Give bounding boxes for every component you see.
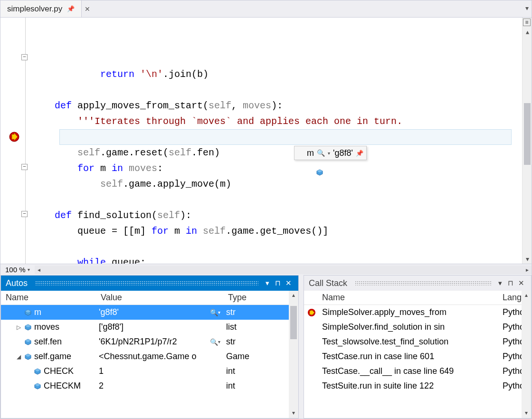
fold-toggle[interactable]: − [21, 211, 28, 217]
code-line[interactable] [28, 239, 532, 255]
var-name: self.fen [34, 337, 62, 347]
panel-title: Autos [6, 278, 28, 288]
code-line[interactable]: while queue: [28, 255, 532, 264]
chevron-down-icon: ▾ [28, 267, 30, 272]
code-line[interactable]: for m in moves: [28, 161, 532, 176]
magnifier-icon[interactable]: 🔍 [210, 309, 218, 316]
code-line[interactable]: self.game.apply_move(m) [28, 176, 532, 192]
panel-options-button[interactable]: ▾ [262, 279, 273, 287]
editor-vertical-scrollbar[interactable]: ≡ ▴ ▾ [522, 18, 532, 264]
variable-icon [25, 309, 31, 316]
zoom-dropdown[interactable]: 100 % ▾ [0, 266, 35, 274]
expander-icon[interactable]: ◢ [15, 353, 22, 360]
autos-row[interactable]: CHECKM2int [1, 379, 298, 393]
autos-column-headers: Name Value Type [1, 291, 298, 305]
pin-icon[interactable]: 📌 [67, 5, 75, 12]
autos-row[interactable]: ▷moves['g8f8']list [1, 320, 298, 334]
expander-icon[interactable]: ▷ [15, 324, 22, 331]
variable-icon [25, 353, 31, 360]
code-line[interactable]: def find_solution(self): [28, 208, 532, 223]
tool-windows-row: Autos ▾ ⊓ ✕ Name Value Type m'g8f8'🔍▾str… [0, 275, 532, 419]
panel-grip[interactable] [355, 281, 491, 286]
variable-icon [25, 339, 31, 345]
callstack-row[interactable]: TestCase.__call__ in case line 649Pytho [304, 364, 531, 379]
panel-grip[interactable] [35, 281, 258, 286]
callstack-row[interactable]: SimpleSolver.find_solution in sinPytho [304, 320, 531, 334]
code-editor[interactable]: − − − return '\n'.join(b) def apply_move… [0, 18, 532, 264]
chevron-down-icon[interactable]: ▾ [328, 145, 330, 161]
autos-vertical-scrollbar[interactable]: ▴ ▾ [289, 291, 298, 418]
frame-name: SimpleSolver.find_solution in sin [319, 322, 500, 332]
panel-options-button[interactable]: ▾ [495, 279, 505, 287]
close-icon[interactable]: ✕ [516, 279, 526, 287]
callstack-grid: Name Langu SimpleSolver.apply_moves_from… [304, 291, 531, 418]
callstack-row[interactable]: SimpleSolver.apply_moves_fromPytho [304, 305, 531, 320]
callstack-vertical-scrollbar[interactable]: ▴ ▾ [522, 291, 531, 418]
fold-toggle[interactable]: − [21, 54, 28, 60]
autos-panel-header[interactable]: Autos ▾ ⊓ ✕ [1, 276, 298, 291]
scroll-up-icon[interactable]: ▴ [523, 28, 531, 36]
var-value: 1 [99, 366, 104, 376]
col-value[interactable]: Value [96, 293, 223, 303]
callstack-panel-header[interactable]: Call Stack ▾ ⊓ ✕ [304, 276, 531, 291]
code-line[interactable] [28, 192, 532, 208]
code-content[interactable]: return '\n'.join(b) def apply_moves_from… [28, 18, 532, 264]
scroll-up-icon[interactable]: ▴ [522, 292, 530, 299]
close-icon[interactable]: ✕ [283, 279, 294, 287]
split-view-button[interactable]: ≡ [523, 19, 531, 26]
document-tab-strip: simplesolver.py 📌 ✕ ▾ [0, 0, 532, 18]
zoom-value: 100 % [5, 266, 26, 274]
editor-gutter: − − − [0, 18, 28, 264]
pin-icon[interactable]: 📌 [356, 145, 363, 161]
var-type: list [223, 322, 298, 332]
variable-icon [297, 150, 304, 156]
col-name[interactable]: Name [1, 293, 96, 303]
autos-row[interactable]: CHECK1int [1, 364, 298, 379]
callstack-row[interactable]: TestSuite.run in suite line 122Pytho [304, 379, 531, 393]
code-line[interactable] [28, 82, 532, 98]
chevron-down-icon[interactable]: ▾ [218, 310, 220, 315]
code-line[interactable]: self.game.reset(self.fen) [28, 145, 532, 161]
autos-row[interactable]: self.fen'6K1/pN2R1P1/p7/r2🔍▾str [1, 334, 298, 349]
col-name[interactable]: Name [319, 293, 500, 303]
code-line[interactable]: '''Iterates through `moves` and applies … [28, 114, 532, 129]
debug-datatip[interactable]: m 🔍 ▾ 'g8f8' 📌 [294, 146, 367, 160]
code-line[interactable]: def apply_moves_from_start(self, moves): [28, 98, 532, 114]
pin-icon[interactable]: ⊓ [273, 279, 283, 287]
var-name: CHECKM [44, 381, 81, 391]
col-type[interactable]: Type [223, 293, 298, 303]
autos-row[interactable]: ◢self.game<Chessnut.game.Game oGame [1, 349, 298, 364]
scroll-down-icon[interactable]: ▾ [522, 409, 530, 417]
magnifier-icon[interactable]: 🔍 [317, 145, 325, 161]
current-statement-icon [9, 132, 19, 142]
callstack-row[interactable]: Test_slowsolve.test_find_solutionPytho [304, 334, 531, 349]
callstack-row[interactable]: TestCase.run in case line 601Pytho [304, 349, 531, 364]
tab-overflow-button[interactable]: ▾ [525, 4, 529, 12]
scrollbar-thumb[interactable] [524, 103, 531, 165]
var-name: self.game [34, 352, 71, 362]
var-value: ['g8f8'] [99, 322, 124, 332]
scroll-up-icon[interactable]: ▴ [290, 292, 297, 299]
var-value: 2 [99, 381, 104, 391]
tab-simplesolver[interactable]: simplesolver.py 📌 [0, 0, 82, 17]
tab-close-button[interactable]: ✕ [82, 0, 93, 17]
var-name: moves [34, 322, 59, 332]
code-line[interactable]: queue = [[m] for m in self.game.get_move… [28, 223, 532, 239]
pin-icon[interactable]: ⊓ [505, 279, 516, 287]
scrollbar-thumb[interactable] [290, 306, 297, 339]
variable-icon [34, 368, 41, 375]
fold-toggle[interactable]: − [21, 164, 28, 170]
scroll-down-icon[interactable]: ▾ [523, 255, 531, 263]
variable-icon [25, 324, 31, 331]
chevron-down-icon[interactable]: ▾ [218, 339, 220, 344]
scroll-right-icon[interactable]: ▸ [523, 267, 532, 273]
magnifier-icon[interactable]: 🔍 [210, 338, 218, 346]
scroll-down-icon[interactable]: ▾ [290, 409, 297, 417]
code-line[interactable]: return '\n'.join(b) [28, 67, 532, 82]
var-value: 'g8f8' [99, 307, 119, 317]
autos-row[interactable]: m'g8f8'🔍▾str [1, 305, 298, 320]
var-type: int [223, 381, 298, 391]
editor-horizontal-scrollbar[interactable]: ◂ ▸ [35, 266, 532, 274]
scroll-left-icon[interactable]: ◂ [35, 267, 43, 273]
var-name: CHECK [44, 366, 74, 376]
